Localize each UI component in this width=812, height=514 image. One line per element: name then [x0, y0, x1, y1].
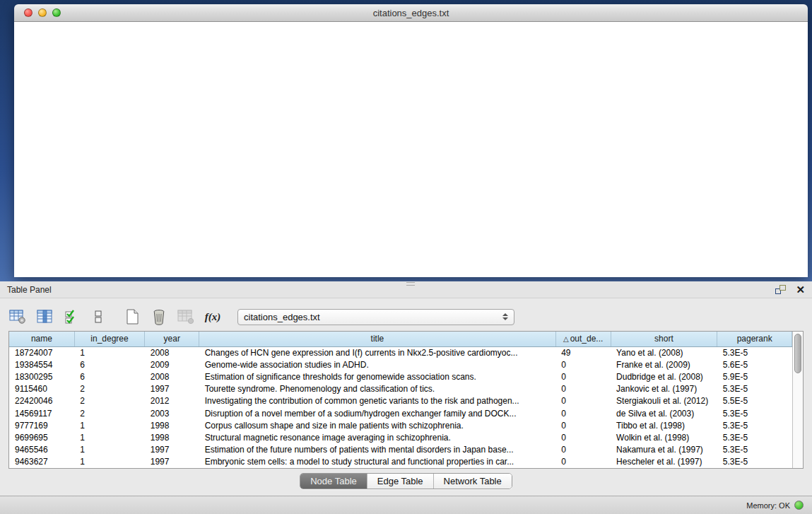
- table-cell: Estimation of significance thresholds fo…: [199, 370, 556, 382]
- table-cell: Tibbo et al. (1998): [611, 419, 717, 431]
- table-row[interactable]: 1938455462009Genome-wide association stu…: [9, 358, 792, 370]
- select-rows-button[interactable]: [62, 308, 81, 326]
- table-cell: 9465546: [9, 444, 74, 456]
- table-row[interactable]: 1872400712008Changes of HCN gene express…: [9, 346, 792, 358]
- zoom-window-button[interactable]: [52, 8, 61, 17]
- column-header-name[interactable]: name: [9, 332, 74, 346]
- table-selector-dropdown[interactable]: citations_edges.txt: [237, 309, 514, 325]
- table-cell: 19384554: [9, 358, 74, 370]
- table-cell: 5.3E-5: [717, 456, 792, 468]
- network-canvas[interactable]: [14, 22, 808, 277]
- table-cell: 5.3E-5: [717, 419, 792, 431]
- table-row[interactable]: 946362711997Embryonic stem cells: a mode…: [9, 456, 792, 468]
- close-panel-icon[interactable]: ✕: [796, 285, 805, 294]
- citation-network-graph[interactable]: [14, 22, 806, 276]
- table-scrollbar[interactable]: [792, 332, 803, 468]
- table-cell: 1: [74, 456, 144, 468]
- table-cell: 0: [555, 456, 611, 468]
- table-cell: 1997: [145, 456, 199, 468]
- panel-resize-grip[interactable]: [406, 282, 415, 286]
- table-cell: 0: [555, 431, 611, 443]
- row-height-icon: [94, 309, 102, 325]
- table-cell: 2008: [145, 346, 199, 358]
- table-cell: 0: [555, 444, 611, 456]
- table-column-icon: [37, 309, 52, 325]
- table-row[interactable]: 946554611997Estimation of the future num…: [9, 444, 792, 456]
- memory-ok-indicator[interactable]: [794, 501, 804, 510]
- table-cell: 2009: [145, 358, 199, 370]
- column-header-out_de[interactable]: △out_de...: [555, 332, 611, 346]
- float-panel-icon[interactable]: [775, 285, 786, 294]
- table-row[interactable]: 969969511998Structural magnetic resonanc…: [9, 431, 792, 443]
- node-table-container: namein_degreeyeartitle△out_de...shortpag…: [8, 331, 804, 469]
- table-row[interactable]: 977716911998Corpus callosum shape and si…: [9, 419, 792, 431]
- table-panel: Table Panel ✕: [0, 281, 812, 514]
- table-row[interactable]: 1456911722003Disruption of a novel membe…: [9, 407, 792, 419]
- delete-table-icon: [177, 309, 194, 325]
- table-cell: Jankovic et al. (1997): [611, 383, 717, 395]
- table-cell: Structural magnetic resonance image aver…: [199, 431, 556, 443]
- table-cell: Stergiakouli et al. (2012): [611, 395, 717, 407]
- node-table: namein_degreeyeartitle△out_de...shortpag…: [9, 332, 792, 468]
- app-desktop: citations_edges.txt: [0, 0, 812, 281]
- tab-edge-table[interactable]: Edge Table: [367, 474, 434, 489]
- row-height-button[interactable]: [89, 308, 107, 326]
- delete-table-button[interactable]: [177, 308, 195, 326]
- sort-ascending-icon: △: [563, 335, 569, 343]
- table-settings-button[interactable]: [8, 308, 27, 326]
- tab-node-table[interactable]: Node Table: [300, 474, 367, 489]
- column-header-year[interactable]: year: [145, 332, 199, 346]
- table-cell: 9699695: [9, 431, 74, 443]
- table-cell: 1997: [145, 383, 199, 395]
- table-cell: 1: [74, 431, 144, 443]
- table-cell: 9777169: [9, 419, 74, 431]
- new-table-icon: [125, 308, 139, 325]
- table-cell: Franke et al. (2009): [611, 358, 717, 370]
- table-cell: 1: [74, 444, 144, 456]
- table-cell: 1: [74, 346, 144, 358]
- table-cell: 5.3E-5: [717, 346, 792, 358]
- table-row[interactable]: 2242004622012Investigating the contribut…: [9, 395, 792, 407]
- table-row[interactable]: 911546021997Tourette syndrome. Phenomeno…: [9, 383, 792, 395]
- table-cell: Wolkin et al. (1998): [611, 431, 717, 443]
- table-cell: 0: [555, 358, 611, 370]
- trash-icon: [152, 308, 166, 325]
- table-cell: 9115460: [9, 383, 74, 395]
- window-titlebar[interactable]: citations_edges.txt: [14, 4, 808, 22]
- column-header-short[interactable]: short: [611, 332, 717, 346]
- column-header-in_degree[interactable]: in_degree: [74, 332, 144, 346]
- column-header-pagerank[interactable]: pagerank: [717, 332, 792, 346]
- table-column-button[interactable]: [35, 308, 54, 326]
- table-cell: 22420046: [9, 395, 74, 407]
- close-window-button[interactable]: [24, 8, 33, 17]
- table-toolbar: f(x) citations_edges.txt: [8, 303, 804, 331]
- table-cell: 2: [74, 383, 144, 395]
- memory-status-label: Memory: OK: [746, 501, 790, 510]
- new-table-button[interactable]: [123, 308, 141, 326]
- table-panel-body: f(x) citations_edges.txt namein_degreeye…: [0, 298, 812, 496]
- tab-network-table[interactable]: Network Table: [434, 474, 512, 489]
- window-controls: [14, 8, 61, 17]
- table-cell: 5.3E-5: [717, 431, 792, 443]
- delete-rows-button[interactable]: [150, 308, 168, 326]
- table-cell: 2012: [145, 395, 199, 407]
- table-cell: 1: [74, 419, 144, 431]
- function-builder-button[interactable]: f(x): [204, 308, 222, 326]
- table-cell: 5.3E-5: [717, 383, 792, 395]
- table-cell: 0: [555, 383, 611, 395]
- table-cell: Changes of HCN gene expression and I(f) …: [199, 346, 556, 358]
- table-row[interactable]: 1830029562008Estimation of significance …: [9, 370, 792, 382]
- status-bar: Memory: OK: [0, 496, 812, 514]
- table-cell: 1997: [145, 444, 199, 456]
- table-selector-value: citations_edges.txt: [244, 312, 502, 322]
- minimize-window-button[interactable]: [38, 8, 47, 17]
- table-panel-header: Table Panel ✕: [0, 281, 812, 298]
- table-cell: Nakamura et al. (1997): [611, 444, 717, 456]
- table-cell: 0: [555, 395, 611, 407]
- table-cell: 6: [74, 358, 144, 370]
- column-header-title[interactable]: title: [199, 332, 556, 346]
- table-cell: 6: [74, 370, 144, 382]
- table-cell: 2003: [145, 407, 199, 419]
- table-tabs: Node Table Edge Table Network Table: [300, 473, 512, 489]
- scrollbar-thumb[interactable]: [794, 334, 801, 373]
